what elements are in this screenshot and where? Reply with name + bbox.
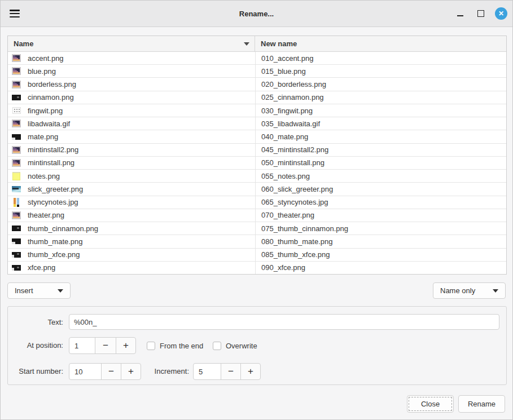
file-new-name: 045_mintinstall2.png xyxy=(261,145,328,154)
maximize-icon[interactable] xyxy=(474,7,488,20)
name-cell: thumb_cinnamon.png xyxy=(8,222,255,235)
name-cell: borderless.png xyxy=(8,78,255,90)
new-name-cell: 055_notes.png xyxy=(255,170,506,182)
minimize-icon[interactable] xyxy=(453,7,467,20)
table-row[interactable]: theater.png 070_theater.png xyxy=(8,209,506,222)
file-thumbnail-icon xyxy=(12,172,20,180)
file-thumbnail-icon xyxy=(12,226,21,231)
new-name-cell: 090_xfce.png xyxy=(255,262,506,274)
file-thumbnail-icon xyxy=(12,211,21,219)
start-number-label: Start number: xyxy=(8,367,63,375)
new-name-cell: 070_theater.png xyxy=(255,209,506,222)
table-row[interactable]: accent.png 010_accent.png xyxy=(8,52,506,65)
file-thumbnail-icon xyxy=(12,265,21,271)
table-row[interactable]: blue.png 015_blue.png xyxy=(8,65,506,78)
checkbox-icon xyxy=(147,342,155,350)
name-cell: styncynotes.jpg xyxy=(8,196,255,209)
file-thumbnail-icon xyxy=(12,95,21,100)
start-number-plus-button[interactable]: + xyxy=(121,363,141,380)
plus-icon: + xyxy=(123,340,129,351)
file-name: notes.png xyxy=(28,172,60,180)
file-new-name: 040_mate.png xyxy=(261,132,308,141)
at-position-plus-button[interactable]: + xyxy=(116,337,136,354)
table-row[interactable]: fingwit.png 030_fingwit.png xyxy=(8,104,506,117)
close-window-icon[interactable]: ✕ xyxy=(495,7,507,20)
table-row[interactable]: styncynotes.jpg 065_styncynotes.jpg xyxy=(8,196,506,209)
name-cell: mintinstall.png xyxy=(8,157,255,169)
name-cell: theater.png xyxy=(8,209,255,222)
close-button[interactable]: Close xyxy=(407,395,454,413)
file-thumbnail-icon xyxy=(12,134,21,140)
file-thumbnail-icon xyxy=(12,81,21,89)
table-row[interactable]: thumb_cinnamon.png 075_thumb_cinnamon.pn… xyxy=(8,222,506,235)
start-number-spinner: − + xyxy=(69,363,141,380)
file-new-name: 025_cinnamon.png xyxy=(261,93,324,101)
table-row[interactable]: notes.png 055_notes.png xyxy=(8,170,506,183)
file-new-name: 010_accent.png xyxy=(261,54,314,63)
at-position-label: At position: xyxy=(8,341,63,350)
name-cell: thumb_mate.png xyxy=(8,235,255,247)
new-name-cell: 040_mate.png xyxy=(255,130,506,143)
scope-dropdown[interactable]: Name only xyxy=(433,282,506,299)
table-row[interactable]: cinnamon.png 025_cinnamon.png xyxy=(8,91,506,104)
file-new-name: 070_theater.png xyxy=(261,211,314,219)
table-row[interactable]: mintinstall2.png 045_mintinstall2.png xyxy=(8,144,506,157)
file-new-name: 090_xfce.png xyxy=(261,263,305,272)
column-header-new-name-label: New name xyxy=(261,39,297,48)
text-input[interactable] xyxy=(69,314,499,330)
file-new-name: 065_styncynotes.jpg xyxy=(261,198,328,206)
table-row[interactable]: mate.png 040_mate.png xyxy=(8,130,506,143)
column-header-name[interactable]: Name xyxy=(8,36,255,51)
file-name: blue.png xyxy=(28,67,56,76)
overwrite-checkbox[interactable]: Overwrite xyxy=(213,338,257,353)
name-cell: fingwit.png xyxy=(8,104,255,117)
hamburger-menu-icon[interactable] xyxy=(10,10,20,17)
increment-minus-button[interactable]: − xyxy=(221,363,241,380)
start-number-input[interactable] xyxy=(69,363,102,380)
new-name-cell: 045_mintinstall2.png xyxy=(255,144,506,156)
table-row[interactable]: libadwaita.gif 035_libadwaita.gif xyxy=(8,117,506,130)
file-thumbnail-icon xyxy=(12,146,21,154)
minus-icon: − xyxy=(103,340,108,351)
scope-dropdown-label: Name only xyxy=(440,286,475,295)
plus-icon: + xyxy=(248,366,253,377)
operation-dropdown[interactable]: Insert xyxy=(7,282,71,299)
text-label: Text: xyxy=(8,318,63,326)
rename-button[interactable]: Rename xyxy=(458,395,505,413)
file-thumbnail-icon xyxy=(12,54,21,62)
start-number-minus-button[interactable]: − xyxy=(101,363,121,380)
new-name-cell: 075_thumb_cinnamon.png xyxy=(255,222,506,235)
file-thumbnail-icon xyxy=(12,159,21,167)
column-header-new-name[interactable]: New name xyxy=(255,36,506,51)
file-thumbnail-icon xyxy=(12,252,21,258)
from-the-end-checkbox[interactable]: From the end xyxy=(147,338,203,353)
new-name-cell: 020_borderless.png xyxy=(255,78,506,90)
table-row[interactable]: thumb_mate.png 080_thumb_mate.png xyxy=(8,235,506,248)
checkbox-icon xyxy=(213,342,221,350)
increment-input[interactable] xyxy=(193,363,221,380)
new-name-cell: 015_blue.png xyxy=(255,65,506,77)
table-row[interactable]: slick_greeter.png 060_slick_greeter.png xyxy=(8,183,506,196)
table-header: Name New name xyxy=(8,36,506,52)
file-thumbnail-icon xyxy=(12,238,21,244)
table-row[interactable]: mintinstall.png 050_mintinstall.png xyxy=(8,157,506,170)
window-title: Rename... xyxy=(1,10,512,18)
file-name: mintinstall2.png xyxy=(28,145,78,154)
column-header-name-label: Name xyxy=(14,39,33,48)
at-position-minus-button[interactable]: − xyxy=(95,337,116,354)
file-name: fingwit.png xyxy=(28,107,63,115)
table-row[interactable]: xfce.png 090_xfce.png xyxy=(8,262,506,274)
increment-spinner: − + xyxy=(193,363,261,380)
new-name-cell: 025_cinnamon.png xyxy=(255,91,506,104)
increment-plus-button[interactable]: + xyxy=(240,363,261,380)
name-cell: blue.png xyxy=(8,65,255,77)
file-name: xfce.png xyxy=(28,263,55,272)
file-name: borderless.png xyxy=(28,80,76,89)
table-row[interactable]: borderless.png 020_borderless.png xyxy=(8,78,506,91)
file-name: thumb_xfce.png xyxy=(28,250,80,259)
at-position-input[interactable] xyxy=(69,337,95,354)
new-name-cell: 080_thumb_mate.png xyxy=(255,235,506,247)
table-row[interactable]: thumb_xfce.png 085_thumb_xfce.png xyxy=(8,249,506,262)
file-name: thumb_cinnamon.png xyxy=(28,224,98,233)
file-new-name: 055_notes.png xyxy=(261,172,310,180)
